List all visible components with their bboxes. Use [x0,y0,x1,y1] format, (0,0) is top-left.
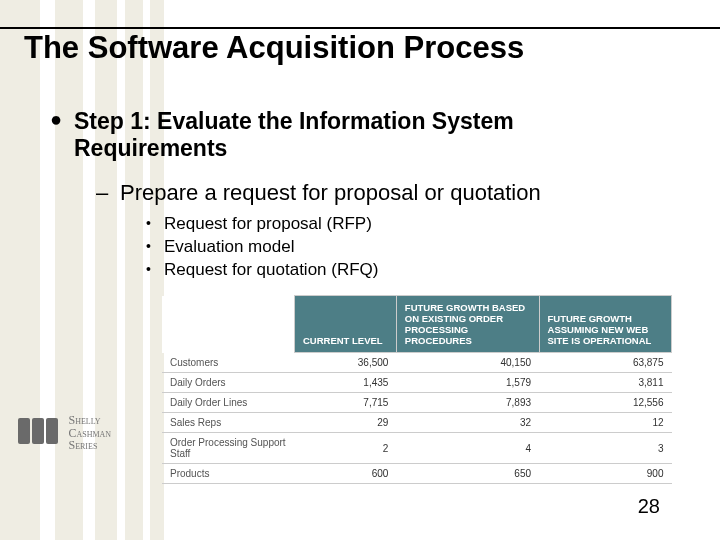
table-cell: 40,150 [396,353,539,373]
table-cell: 1,579 [396,373,539,393]
step-item-text: Request for quotation (RFQ) [164,260,378,279]
table-header-cell: FUTURE GROWTH BASED ON EXISTING ORDER PR… [396,296,539,353]
table-cell: 2 [294,433,396,464]
bullet-small-icon: • [146,238,151,254]
row-label: Sales Reps [162,413,294,433]
table-row: Daily Order Lines 7,715 7,893 12,556 [162,393,672,413]
table-cell: 7,893 [396,393,539,413]
step-item: • Request for quotation (RFQ) [164,260,378,280]
bullet-small-icon: • [146,261,151,277]
row-label: Products [162,464,294,484]
table-row: Products 600 650 900 [162,464,672,484]
table-cell: 3 [539,433,671,464]
table-cell: 3,811 [539,373,671,393]
table-header-row: CURRENT LEVEL FUTURE GROWTH BASED ON EXI… [162,296,672,353]
step-heading-text: Step 1: Evaluate the Information System … [74,108,514,161]
step-subheading: – Prepare a request for proposal or quot… [120,180,680,206]
bullet-small-icon: • [146,215,151,231]
dash-icon: – [96,180,108,206]
table-cell: 63,875 [539,353,671,373]
table-header-cell: FUTURE GROWTH ASSUMING NEW WEB SITE IS O… [539,296,671,353]
table-row: Order Processing Support Staff 2 4 3 [162,433,672,464]
step-item: • Evaluation model [164,237,294,257]
page-number: 28 [638,495,660,518]
table-cell: 12,556 [539,393,671,413]
step-item-text: Evaluation model [164,237,294,256]
table-header-cell [162,296,294,353]
slide-title: The Software Acquisition Process [24,30,524,66]
table-cell: 4 [396,433,539,464]
table-header-cell: CURRENT LEVEL [294,296,396,353]
step-item-text: Request for proposal (RFP) [164,214,372,233]
logo-text: Shelly Cashman Series [68,414,111,452]
table-cell: 650 [396,464,539,484]
table-cell: 36,500 [294,353,396,373]
table-cell: 600 [294,464,396,484]
step-item: • Request for proposal (RFP) [164,214,372,234]
row-label: Daily Order Lines [162,393,294,413]
row-label: Order Processing Support Staff [162,433,294,464]
bullet-icon: ● [50,108,62,131]
table-cell: 12 [539,413,671,433]
table-cell: 1,435 [294,373,396,393]
logo-bars-icon [18,418,60,448]
step-subheading-text: Prepare a request for proposal or quotat… [120,180,541,205]
header-rule [0,27,720,29]
table-cell: 7,715 [294,393,396,413]
row-label: Customers [162,353,294,373]
table-row: Customers 36,500 40,150 63,875 [162,353,672,373]
table-cell: 900 [539,464,671,484]
table-row: Sales Reps 29 32 12 [162,413,672,433]
step-heading: ● Step 1: Evaluate the Information Syste… [74,108,654,162]
table-row: Daily Orders 1,435 1,579 3,811 [162,373,672,393]
table-cell: 32 [396,413,539,433]
requirements-table: CURRENT LEVEL FUTURE GROWTH BASED ON EXI… [162,295,672,484]
row-label: Daily Orders [162,373,294,393]
table-cell: 29 [294,413,396,433]
series-logo: Shelly Cashman Series [18,414,138,452]
